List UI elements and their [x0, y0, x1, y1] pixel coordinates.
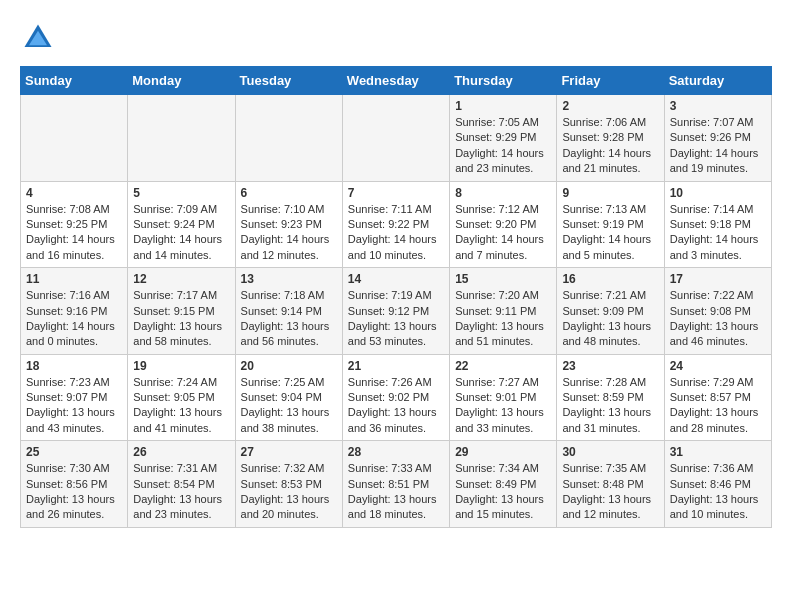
weekday-header-wednesday: Wednesday [342, 67, 449, 95]
calendar-cell: 23Sunrise: 7:28 AM Sunset: 8:59 PM Dayli… [557, 354, 664, 441]
calendar-cell: 29Sunrise: 7:34 AM Sunset: 8:49 PM Dayli… [450, 441, 557, 528]
weekday-header-thursday: Thursday [450, 67, 557, 95]
day-number: 29 [455, 445, 551, 459]
day-number: 1 [455, 99, 551, 113]
day-info: Sunrise: 7:36 AM Sunset: 8:46 PM Dayligh… [670, 461, 766, 523]
day-number: 24 [670, 359, 766, 373]
calendar-week-row: 1Sunrise: 7:05 AM Sunset: 9:29 PM Daylig… [21, 95, 772, 182]
day-info: Sunrise: 7:05 AM Sunset: 9:29 PM Dayligh… [455, 115, 551, 177]
calendar-cell: 1Sunrise: 7:05 AM Sunset: 9:29 PM Daylig… [450, 95, 557, 182]
calendar-cell: 8Sunrise: 7:12 AM Sunset: 9:20 PM Daylig… [450, 181, 557, 268]
calendar-cell: 5Sunrise: 7:09 AM Sunset: 9:24 PM Daylig… [128, 181, 235, 268]
day-number: 31 [670, 445, 766, 459]
day-info: Sunrise: 7:11 AM Sunset: 9:22 PM Dayligh… [348, 202, 444, 264]
header [20, 20, 772, 56]
day-number: 17 [670, 272, 766, 286]
calendar-cell: 13Sunrise: 7:18 AM Sunset: 9:14 PM Dayli… [235, 268, 342, 355]
day-number: 13 [241, 272, 337, 286]
day-info: Sunrise: 7:17 AM Sunset: 9:15 PM Dayligh… [133, 288, 229, 350]
calendar-cell: 20Sunrise: 7:25 AM Sunset: 9:04 PM Dayli… [235, 354, 342, 441]
day-info: Sunrise: 7:28 AM Sunset: 8:59 PM Dayligh… [562, 375, 658, 437]
day-number: 14 [348, 272, 444, 286]
day-info: Sunrise: 7:19 AM Sunset: 9:12 PM Dayligh… [348, 288, 444, 350]
calendar-cell: 7Sunrise: 7:11 AM Sunset: 9:22 PM Daylig… [342, 181, 449, 268]
day-info: Sunrise: 7:07 AM Sunset: 9:26 PM Dayligh… [670, 115, 766, 177]
day-info: Sunrise: 7:35 AM Sunset: 8:48 PM Dayligh… [562, 461, 658, 523]
calendar-cell: 6Sunrise: 7:10 AM Sunset: 9:23 PM Daylig… [235, 181, 342, 268]
day-info: Sunrise: 7:22 AM Sunset: 9:08 PM Dayligh… [670, 288, 766, 350]
day-info: Sunrise: 7:30 AM Sunset: 8:56 PM Dayligh… [26, 461, 122, 523]
calendar-cell [235, 95, 342, 182]
day-number: 22 [455, 359, 551, 373]
day-number: 18 [26, 359, 122, 373]
day-number: 16 [562, 272, 658, 286]
calendar-cell [128, 95, 235, 182]
day-number: 30 [562, 445, 658, 459]
day-number: 26 [133, 445, 229, 459]
calendar-cell: 9Sunrise: 7:13 AM Sunset: 9:19 PM Daylig… [557, 181, 664, 268]
calendar-week-row: 18Sunrise: 7:23 AM Sunset: 9:07 PM Dayli… [21, 354, 772, 441]
day-info: Sunrise: 7:10 AM Sunset: 9:23 PM Dayligh… [241, 202, 337, 264]
day-info: Sunrise: 7:16 AM Sunset: 9:16 PM Dayligh… [26, 288, 122, 350]
calendar-cell: 15Sunrise: 7:20 AM Sunset: 9:11 PM Dayli… [450, 268, 557, 355]
day-number: 7 [348, 186, 444, 200]
calendar-cell: 22Sunrise: 7:27 AM Sunset: 9:01 PM Dayli… [450, 354, 557, 441]
day-number: 3 [670, 99, 766, 113]
calendar-cell: 10Sunrise: 7:14 AM Sunset: 9:18 PM Dayli… [664, 181, 771, 268]
day-number: 19 [133, 359, 229, 373]
calendar-cell [342, 95, 449, 182]
calendar-cell: 16Sunrise: 7:21 AM Sunset: 9:09 PM Dayli… [557, 268, 664, 355]
calendar-cell: 2Sunrise: 7:06 AM Sunset: 9:28 PM Daylig… [557, 95, 664, 182]
day-info: Sunrise: 7:31 AM Sunset: 8:54 PM Dayligh… [133, 461, 229, 523]
day-info: Sunrise: 7:09 AM Sunset: 9:24 PM Dayligh… [133, 202, 229, 264]
weekday-header-tuesday: Tuesday [235, 67, 342, 95]
calendar-cell: 11Sunrise: 7:16 AM Sunset: 9:16 PM Dayli… [21, 268, 128, 355]
calendar-cell: 4Sunrise: 7:08 AM Sunset: 9:25 PM Daylig… [21, 181, 128, 268]
day-number: 8 [455, 186, 551, 200]
day-number: 15 [455, 272, 551, 286]
day-number: 2 [562, 99, 658, 113]
day-number: 25 [26, 445, 122, 459]
calendar-cell: 31Sunrise: 7:36 AM Sunset: 8:46 PM Dayli… [664, 441, 771, 528]
day-info: Sunrise: 7:27 AM Sunset: 9:01 PM Dayligh… [455, 375, 551, 437]
day-info: Sunrise: 7:06 AM Sunset: 9:28 PM Dayligh… [562, 115, 658, 177]
day-number: 10 [670, 186, 766, 200]
day-info: Sunrise: 7:24 AM Sunset: 9:05 PM Dayligh… [133, 375, 229, 437]
day-info: Sunrise: 7:26 AM Sunset: 9:02 PM Dayligh… [348, 375, 444, 437]
day-number: 21 [348, 359, 444, 373]
day-info: Sunrise: 7:34 AM Sunset: 8:49 PM Dayligh… [455, 461, 551, 523]
weekday-header-sunday: Sunday [21, 67, 128, 95]
day-number: 5 [133, 186, 229, 200]
calendar-cell: 27Sunrise: 7:32 AM Sunset: 8:53 PM Dayli… [235, 441, 342, 528]
day-info: Sunrise: 7:25 AM Sunset: 9:04 PM Dayligh… [241, 375, 337, 437]
day-number: 9 [562, 186, 658, 200]
calendar-week-row: 25Sunrise: 7:30 AM Sunset: 8:56 PM Dayli… [21, 441, 772, 528]
calendar-cell: 28Sunrise: 7:33 AM Sunset: 8:51 PM Dayli… [342, 441, 449, 528]
calendar-cell: 24Sunrise: 7:29 AM Sunset: 8:57 PM Dayli… [664, 354, 771, 441]
day-number: 12 [133, 272, 229, 286]
weekday-header-saturday: Saturday [664, 67, 771, 95]
day-info: Sunrise: 7:20 AM Sunset: 9:11 PM Dayligh… [455, 288, 551, 350]
calendar-cell: 3Sunrise: 7:07 AM Sunset: 9:26 PM Daylig… [664, 95, 771, 182]
calendar-table: SundayMondayTuesdayWednesdayThursdayFrid… [20, 66, 772, 528]
day-number: 11 [26, 272, 122, 286]
calendar-cell: 25Sunrise: 7:30 AM Sunset: 8:56 PM Dayli… [21, 441, 128, 528]
weekday-header-friday: Friday [557, 67, 664, 95]
day-info: Sunrise: 7:23 AM Sunset: 9:07 PM Dayligh… [26, 375, 122, 437]
day-number: 28 [348, 445, 444, 459]
day-info: Sunrise: 7:12 AM Sunset: 9:20 PM Dayligh… [455, 202, 551, 264]
logo [20, 20, 62, 56]
calendar-cell: 26Sunrise: 7:31 AM Sunset: 8:54 PM Dayli… [128, 441, 235, 528]
calendar-body: 1Sunrise: 7:05 AM Sunset: 9:29 PM Daylig… [21, 95, 772, 528]
day-number: 23 [562, 359, 658, 373]
calendar-cell: 19Sunrise: 7:24 AM Sunset: 9:05 PM Dayli… [128, 354, 235, 441]
weekday-header-monday: Monday [128, 67, 235, 95]
day-info: Sunrise: 7:33 AM Sunset: 8:51 PM Dayligh… [348, 461, 444, 523]
day-number: 27 [241, 445, 337, 459]
day-info: Sunrise: 7:08 AM Sunset: 9:25 PM Dayligh… [26, 202, 122, 264]
calendar-week-row: 11Sunrise: 7:16 AM Sunset: 9:16 PM Dayli… [21, 268, 772, 355]
calendar-cell: 12Sunrise: 7:17 AM Sunset: 9:15 PM Dayli… [128, 268, 235, 355]
calendar-cell: 21Sunrise: 7:26 AM Sunset: 9:02 PM Dayli… [342, 354, 449, 441]
calendar-week-row: 4Sunrise: 7:08 AM Sunset: 9:25 PM Daylig… [21, 181, 772, 268]
calendar-cell: 14Sunrise: 7:19 AM Sunset: 9:12 PM Dayli… [342, 268, 449, 355]
